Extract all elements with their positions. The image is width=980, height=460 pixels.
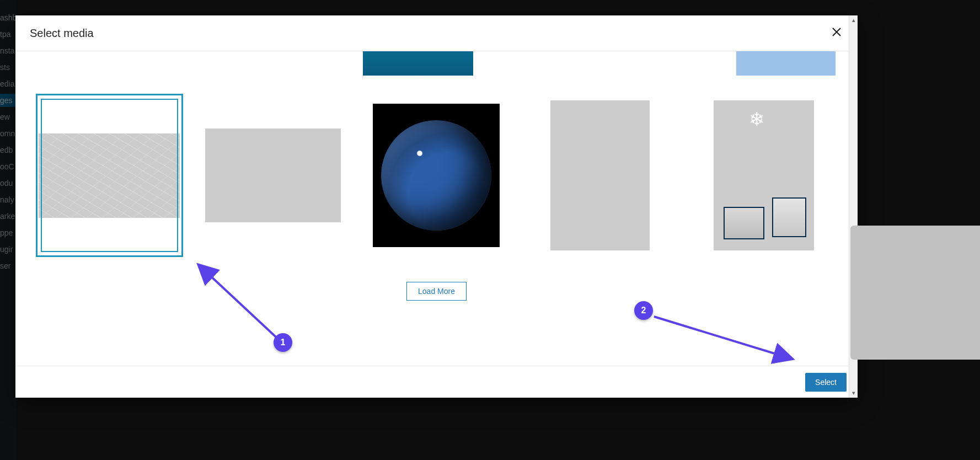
close-button[interactable] xyxy=(830,25,843,41)
load-more-button[interactable]: Load More xyxy=(406,282,467,301)
select-media-modal: Select media ❄ xyxy=(15,15,858,398)
media-thumb-partial[interactable] xyxy=(736,51,836,76)
scroll-down-icon[interactable]: ▾ xyxy=(849,389,858,397)
annotation-badge-2: 2 xyxy=(634,301,653,320)
media-row: ❄ xyxy=(38,95,836,255)
scroll-up-icon[interactable]: ▴ xyxy=(849,17,858,24)
modal-header: Select media xyxy=(15,15,858,51)
modal-footer: Select xyxy=(15,366,858,398)
thumb-image xyxy=(550,100,650,250)
media-thumb-shallow-water[interactable] xyxy=(201,95,345,255)
media-thumb-desert-dunes[interactable] xyxy=(528,95,672,255)
load-more-row: Load More xyxy=(38,282,836,301)
select-button[interactable]: Select xyxy=(805,373,847,392)
thumb-image xyxy=(39,133,180,218)
media-thumb-earth-globe[interactable] xyxy=(365,95,508,255)
modal-body: ❄ Load More xyxy=(15,51,858,366)
modal-title: Select media xyxy=(30,27,94,40)
scrollbar-thumb[interactable] xyxy=(850,226,980,360)
annotation-badge-1: 1 xyxy=(274,333,292,352)
thumb-image xyxy=(205,129,341,222)
media-thumb-christmas-gifts[interactable]: ❄ xyxy=(692,95,836,255)
media-thumb-ocean-waves[interactable] xyxy=(38,95,181,255)
thumb-image: ❄ xyxy=(714,100,814,250)
thumb-image xyxy=(373,104,500,247)
modal-scrollbar[interactable]: ▴ ▾ xyxy=(849,15,858,398)
media-thumb-partial[interactable] xyxy=(363,51,473,76)
close-icon xyxy=(830,25,843,39)
media-row-partial xyxy=(38,51,836,76)
